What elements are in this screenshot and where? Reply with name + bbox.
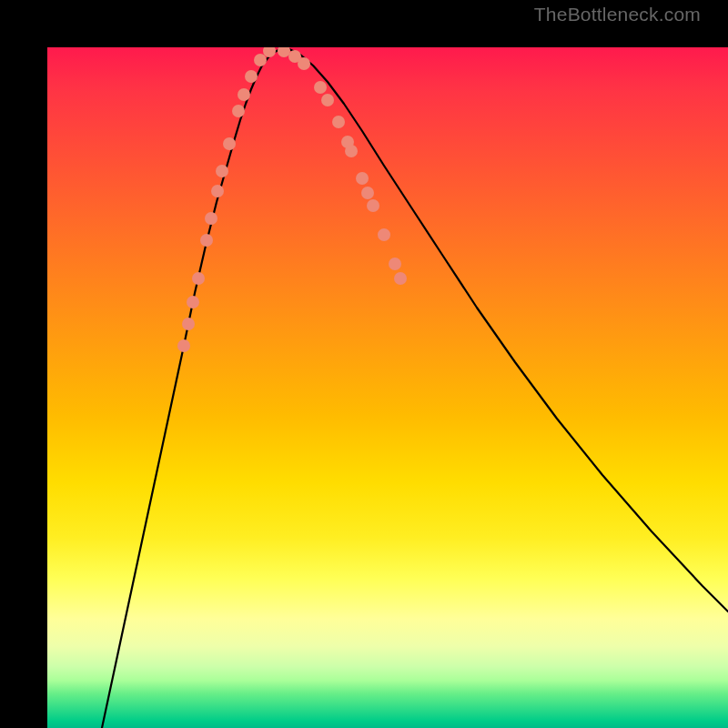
data-point-marker: [389, 258, 401, 270]
data-point-marker: [223, 137, 236, 150]
data-point-marker: [187, 296, 199, 308]
data-point-marker: [367, 199, 379, 212]
data-point-marker: [394, 272, 407, 285]
data-point-marker: [232, 105, 245, 117]
curve-layer: [47, 47, 728, 728]
data-point-marker: [192, 272, 205, 285]
data-point-marker: [345, 145, 358, 157]
data-point-marker: [211, 185, 224, 197]
bottleneck-curve: [102, 49, 728, 728]
data-point-marker: [361, 187, 374, 199]
data-point-marker: [356, 172, 369, 185]
data-point-marker: [298, 57, 310, 70]
data-point-marker: [205, 212, 217, 225]
data-point-marker: [216, 165, 228, 177]
data-point-marker: [254, 54, 267, 66]
data-point-marker: [314, 81, 327, 94]
data-point-marker: [200, 234, 213, 247]
data-point-marker: [238, 88, 250, 101]
data-point-marker: [321, 94, 334, 106]
data-point-marker: [182, 318, 195, 330]
plot-area: [47, 47, 728, 728]
data-point-marker: [245, 70, 258, 83]
watermark-text: TheBottleneck.com: [534, 4, 701, 25]
data-point-marker: [177, 339, 190, 352]
chart-frame: [0, 0, 728, 728]
data-point-marker: [332, 116, 345, 128]
data-point-marker: [278, 47, 290, 57]
data-point-marker: [378, 228, 390, 241]
